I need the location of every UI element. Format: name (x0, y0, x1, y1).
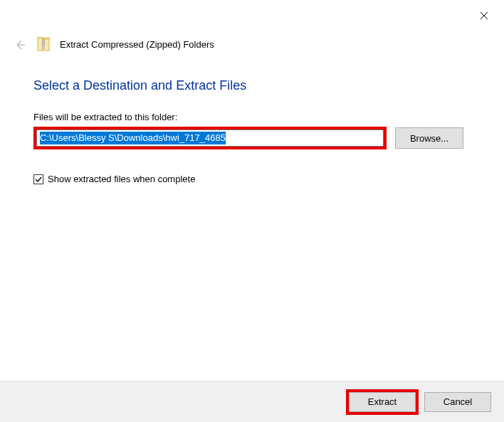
destination-input[interactable]: C:\Users\Blessy S\Downloads\hwi_717_4685 (36, 130, 384, 147)
show-files-label[interactable]: Show extracted files when complete (48, 174, 195, 184)
show-files-checkbox[interactable] (33, 174, 43, 184)
wizard-content: Select a Destination and Extract Files F… (33, 78, 483, 184)
close-button[interactable] (477, 9, 491, 23)
destination-label: Files will be extracted to this folder: (33, 112, 483, 122)
destination-path-text: C:\Users\Blessy S\Downloads\hwi_717_4685 (40, 132, 226, 144)
path-highlight: C:\Users\Blessy S\Downloads\hwi_717_4685 (33, 127, 387, 149)
cancel-button[interactable]: Cancel (424, 392, 491, 412)
page-title: Select a Destination and Extract Files (33, 78, 483, 93)
back-arrow-icon (14, 39, 26, 51)
zip-folder-icon (37, 36, 50, 53)
checkmark-icon (35, 176, 42, 183)
wizard-title: Extract Compressed (Zipped) Folders (60, 39, 214, 50)
back-button[interactable] (13, 38, 27, 52)
show-files-checkbox-row: Show extracted files when complete (33, 174, 483, 184)
extract-highlight: Extract (346, 389, 419, 415)
extract-button[interactable]: Extract (349, 392, 416, 412)
browse-button[interactable]: Browse... (395, 127, 463, 149)
wizard-header: Extract Compressed (Zipped) Folders (13, 36, 214, 53)
wizard-footer: Extract Cancel (0, 381, 504, 422)
close-icon (480, 11, 488, 20)
destination-row: C:\Users\Blessy S\Downloads\hwi_717_4685… (33, 127, 483, 149)
